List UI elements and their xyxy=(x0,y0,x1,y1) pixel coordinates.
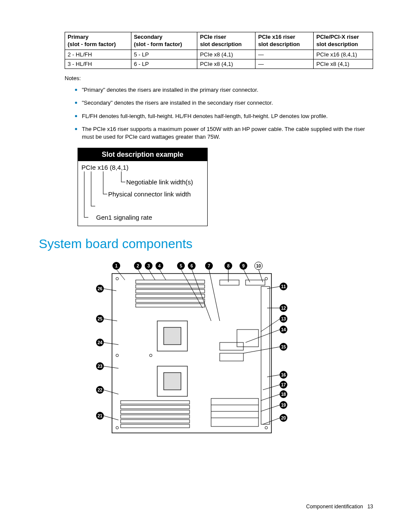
svg-text:7: 7 xyxy=(208,264,210,268)
page: Primary(slot - form factor) Secondary(sl… xyxy=(0,0,411,532)
cell: 3 - HL/FH xyxy=(65,59,131,68)
note-item: The PCIe x16 riser supports a maximum po… xyxy=(82,124,373,140)
system-board-diagram: 1 2 3 4 xyxy=(90,256,297,442)
slot-example-box: Slot description example PCIe x16 (8,4,1… xyxy=(78,148,208,226)
slot-example-gen1: Gen1 signaling rate xyxy=(96,214,152,221)
svg-text:21: 21 xyxy=(97,414,103,418)
svg-text:2: 2 xyxy=(137,264,139,268)
th-pcie-riser: PCIe riserslot description xyxy=(197,32,255,50)
svg-text:18: 18 xyxy=(281,392,286,397)
slot-example-text: PCIe x16 (8,4,1) xyxy=(81,164,128,171)
notes-list: "Primary" denotes the risers are install… xyxy=(65,85,373,141)
svg-text:25: 25 xyxy=(97,317,103,321)
svg-text:12: 12 xyxy=(281,306,286,311)
svg-text:24: 24 xyxy=(97,340,103,345)
cell: 2 - HL/FH xyxy=(65,50,131,59)
section-heading: System board components xyxy=(39,236,373,251)
svg-text:1: 1 xyxy=(115,264,118,268)
cell: PCIe x16 (8,4,1) xyxy=(314,50,373,59)
svg-text:19: 19 xyxy=(281,403,286,408)
svg-text:10: 10 xyxy=(256,264,261,268)
footer-text: Component identification xyxy=(306,504,363,510)
svg-rect-8 xyxy=(164,327,181,345)
svg-text:26: 26 xyxy=(97,286,103,291)
th-secondary: Secondary(slot - form factor) xyxy=(131,32,197,50)
cell: PCIe x8 (4,1) xyxy=(197,59,255,68)
svg-text:13: 13 xyxy=(281,317,286,321)
svg-text:20: 20 xyxy=(281,416,286,420)
svg-text:17: 17 xyxy=(281,383,286,387)
cell: PCIe x8 (4,1) xyxy=(314,59,373,68)
svg-text:3: 3 xyxy=(147,264,150,268)
riser-table: Primary(slot - form factor) Secondary(sl… xyxy=(65,32,373,69)
slot-example-title: Slot description example xyxy=(78,148,207,161)
svg-text:8: 8 xyxy=(227,264,230,268)
cell: PCIe x8 (4,1) xyxy=(197,50,255,59)
cell: — xyxy=(255,59,314,68)
page-footer: Component identification 13 xyxy=(306,504,373,510)
th-pcie-x16-riser: PCIe x16 riserslot description xyxy=(255,32,314,50)
svg-text:15: 15 xyxy=(281,345,286,349)
footer-page: 13 xyxy=(367,504,373,510)
cell: 6 - LP xyxy=(131,59,197,68)
th-primary: Primary(slot - form factor) xyxy=(65,32,131,50)
svg-text:16: 16 xyxy=(281,373,286,377)
th-pcie-pcix-riser: PCIe/PCI-X riserslot description xyxy=(314,32,373,50)
svg-text:5: 5 xyxy=(180,264,182,268)
svg-text:22: 22 xyxy=(97,388,103,392)
note-item: "Primary" denotes the risers are install… xyxy=(82,85,373,94)
svg-text:6: 6 xyxy=(190,264,193,268)
cell: 5 - LP xyxy=(131,50,197,59)
svg-text:11: 11 xyxy=(281,284,286,289)
note-item: "Secondary" denotes the risers are insta… xyxy=(82,98,373,107)
svg-text:23: 23 xyxy=(97,364,103,369)
svg-text:14: 14 xyxy=(281,327,286,332)
note-item: FL/FH denotes full-length, full-height. … xyxy=(82,111,373,120)
svg-rect-10 xyxy=(164,373,181,390)
svg-text:9: 9 xyxy=(242,264,245,268)
notes-label: Notes: xyxy=(65,75,373,81)
cell: — xyxy=(255,50,314,59)
slot-example-physical: Physical connector link width xyxy=(108,190,191,198)
table-row: 3 - HL/FH 6 - LP PCIe x8 (4,1) — PCIe x8… xyxy=(65,59,373,68)
table-row: 2 - HL/FH 5 - LP PCIe x8 (4,1) — PCIe x1… xyxy=(65,50,373,59)
slot-example-negotiable: Negotiable link width(s) xyxy=(126,178,193,186)
svg-text:4: 4 xyxy=(158,264,161,268)
